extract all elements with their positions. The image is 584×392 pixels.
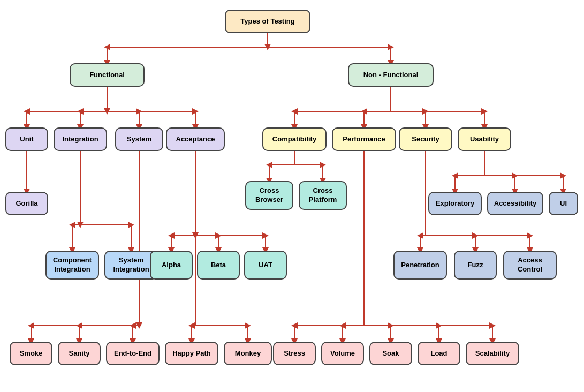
node-usability: Usability (458, 127, 511, 151)
node-soak: Soak (369, 342, 412, 365)
node-component_int: Component Integration (45, 251, 99, 280)
node-system: System (115, 127, 163, 151)
node-acceptance: Acceptance (166, 127, 225, 151)
node-beta: Beta (197, 251, 240, 280)
node-exploratory: Exploratory (428, 192, 482, 215)
node-nonfunctional: Non - Functional (348, 63, 434, 87)
node-fuzz: Fuzz (454, 251, 497, 280)
node-root: Types of Testing (225, 10, 310, 33)
node-cross_platform: Cross Platform (299, 181, 347, 210)
node-security: Security (399, 127, 452, 151)
node-e2e: End-to-End (106, 342, 160, 365)
node-volume: Volume (321, 342, 364, 365)
node-uat: UAT (244, 251, 287, 280)
node-scalability: Scalability (466, 342, 519, 365)
node-stress: Stress (273, 342, 316, 365)
node-cross_browser: Cross Browser (245, 181, 293, 210)
node-load: Load (418, 342, 460, 365)
node-happy_path: Happy Path (165, 342, 218, 365)
node-penetration: Penetration (393, 251, 447, 280)
node-performance: Performance (332, 127, 396, 151)
node-access_control: Access Control (503, 251, 557, 280)
node-unit: Unit (5, 127, 48, 151)
node-monkey: Monkey (224, 342, 272, 365)
node-integration: Integration (54, 127, 107, 151)
node-compatibility: Compatibility (262, 127, 327, 151)
node-ui: UI (549, 192, 578, 215)
node-smoke: Smoke (10, 342, 52, 365)
node-sanity: Sanity (58, 342, 101, 365)
node-accessibility: Accessibility (487, 192, 543, 215)
node-functional: Functional (70, 63, 145, 87)
node-gorilla: Gorilla (5, 192, 48, 215)
diagram: Types of TestingFunctionalNon - Function… (0, 0, 584, 392)
node-alpha: Alpha (150, 251, 193, 280)
